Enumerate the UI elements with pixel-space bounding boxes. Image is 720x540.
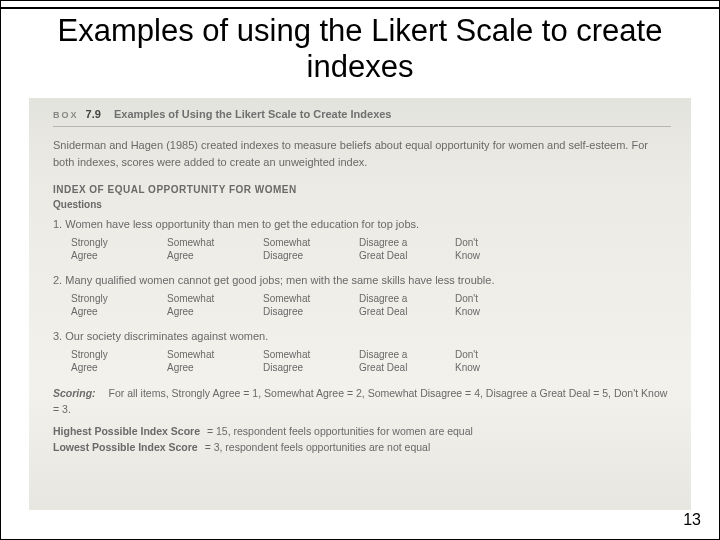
scoring: Scoring: For all items, Strongly Agree =… (53, 386, 671, 418)
option: SomewhatDisagree (263, 348, 359, 374)
page-number: 13 (683, 511, 701, 529)
likert-options: StronglyAgree SomewhatAgree SomewhatDisa… (71, 348, 671, 374)
box-title: Examples of Using the Likert Scale to Cr… (114, 108, 392, 120)
question-1: 1. Women have less opportunity than men … (53, 218, 671, 262)
option: SomewhatAgree (167, 348, 263, 374)
box-label: BOX (53, 110, 79, 120)
option: Don'tKnow (455, 236, 551, 262)
highest-score: Highest Possible Index Score = 15, respo… (53, 424, 671, 456)
option: SomewhatAgree (167, 292, 263, 318)
option: Disagree aGreat Deal (359, 236, 455, 262)
question-text: 2. Many qualified women cannot get good … (53, 274, 671, 286)
question-2: 2. Many qualified women cannot get good … (53, 274, 671, 318)
option: Don'tKnow (455, 348, 551, 374)
option: Disagree aGreat Deal (359, 292, 455, 318)
box-header: BOX 7.9 Examples of Using the Likert Sca… (53, 108, 671, 127)
slide: Examples of using the Likert Scale to cr… (0, 0, 720, 540)
option: StronglyAgree (71, 236, 167, 262)
likert-options: StronglyAgree SomewhatAgree SomewhatDisa… (71, 292, 671, 318)
question-3: 3. Our society discriminates against wom… (53, 330, 671, 374)
top-rule (1, 7, 719, 9)
box-number: 7.9 (86, 108, 101, 120)
question-text: 3. Our society discriminates against wom… (53, 330, 671, 342)
likert-options: StronglyAgree SomewhatAgree SomewhatDisa… (71, 236, 671, 262)
slide-title: Examples of using the Likert Scale to cr… (31, 13, 689, 84)
textbook-box: BOX 7.9 Examples of Using the Likert Sca… (29, 98, 691, 510)
option: SomewhatDisagree (263, 292, 359, 318)
question-text: 1. Women have less opportunity than men … (53, 218, 671, 230)
option: Disagree aGreat Deal (359, 348, 455, 374)
scoring-label: Scoring: (53, 387, 96, 399)
option: SomewhatDisagree (263, 236, 359, 262)
section-heading: INDEX OF EQUAL OPPORTUNITY FOR WOMEN (53, 184, 671, 195)
option: Don'tKnow (455, 292, 551, 318)
option: SomewhatAgree (167, 236, 263, 262)
option: StronglyAgree (71, 292, 167, 318)
questions-label: Questions (53, 199, 671, 210)
option: StronglyAgree (71, 348, 167, 374)
box-intro: Sniderman and Hagen (1985) created index… (53, 137, 671, 170)
scoring-text: For all items, Strongly Agree = 1, Somew… (53, 387, 667, 415)
